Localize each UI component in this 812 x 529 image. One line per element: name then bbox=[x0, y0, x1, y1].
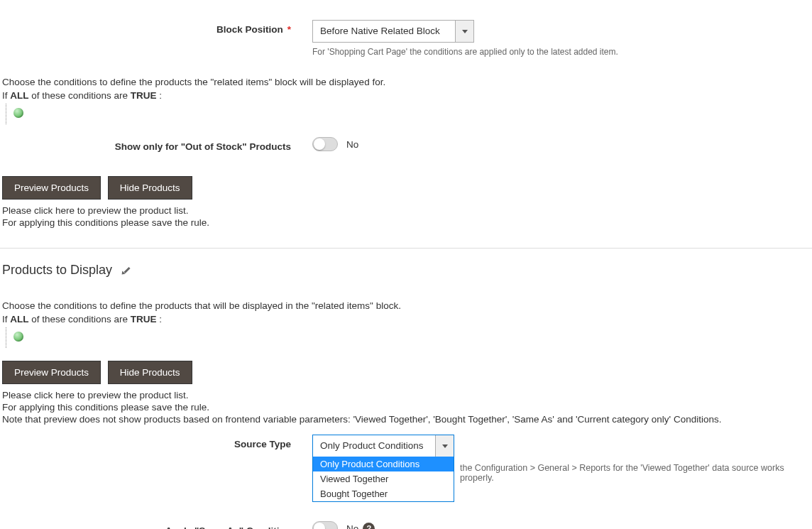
block-position-dropdown-btn[interactable] bbox=[455, 21, 473, 42]
source-type-label: Source Type bbox=[0, 435, 312, 449]
products-conditions-intro: Choose the conditions to define the prod… bbox=[2, 300, 812, 311]
block-position-label: Block Position* bbox=[0, 20, 312, 35]
source-type-hint: the Configuration > General > Reports fo… bbox=[460, 463, 812, 483]
same-as-label: Apply "Same As" Condition bbox=[0, 521, 312, 529]
conditions-all[interactable]: ALL bbox=[10, 90, 28, 101]
preview-info-2b: For applying this conditions please save… bbox=[2, 402, 812, 413]
out-of-stock-toggle[interactable] bbox=[312, 137, 338, 151]
block-position-select[interactable]: Before Native Related Block bbox=[312, 20, 474, 43]
same-as-value: No bbox=[346, 523, 358, 530]
source-type-option-0[interactable]: Only Product Conditions bbox=[313, 457, 454, 471]
preview-products-button-2[interactable]: Preview Products bbox=[2, 361, 101, 384]
preview-info-2: For applying this conditions please save… bbox=[2, 217, 812, 228]
out-of-stock-value: No bbox=[346, 139, 358, 150]
source-type-value: Only Product Conditions bbox=[313, 435, 435, 457]
conditions-intro: Choose the conditions to define the prod… bbox=[2, 77, 812, 87]
add-condition-icon-2[interactable] bbox=[13, 332, 23, 342]
preview-products-button[interactable]: Preview Products bbox=[2, 176, 101, 200]
preview-note-extra: Note that preview does not show products… bbox=[2, 414, 812, 425]
block-position-note: For 'Shopping Cart Page' the conditions … bbox=[312, 47, 812, 57]
preview-info-1: Please click here to preview the product… bbox=[2, 205, 812, 216]
products-conditions-all[interactable]: ALL bbox=[10, 314, 28, 325]
out-of-stock-label: Show only for "Out of Stock" Products bbox=[0, 137, 312, 152]
source-type-dropdown-btn[interactable] bbox=[435, 435, 454, 457]
chevron-down-icon bbox=[442, 445, 448, 448]
hide-products-button-2[interactable]: Hide Products bbox=[108, 361, 192, 384]
products-to-display-title: Products to Display bbox=[2, 263, 112, 278]
block-position-value: Before Native Related Block bbox=[313, 21, 455, 42]
preview-info-1b: Please click here to preview the product… bbox=[2, 390, 812, 400]
pencil-icon[interactable] bbox=[122, 266, 132, 276]
conditions-true[interactable]: TRUE bbox=[131, 90, 157, 101]
source-type-dropdown-list: Only Product Conditions Viewed Together … bbox=[312, 457, 454, 502]
source-type-option-1[interactable]: Viewed Together bbox=[313, 471, 454, 486]
source-type-option-2[interactable]: Bought Together bbox=[313, 486, 454, 501]
hide-products-button[interactable]: Hide Products bbox=[108, 176, 192, 200]
products-conditions-true[interactable]: TRUE bbox=[131, 314, 157, 325]
help-icon[interactable]: ? bbox=[363, 523, 375, 530]
products-conditions-if-line: If ALL of these conditions are TRUE : bbox=[2, 314, 812, 325]
chevron-down-icon bbox=[462, 30, 468, 33]
add-condition-icon[interactable] bbox=[13, 108, 23, 118]
conditions-if-line: If ALL of these conditions are TRUE : bbox=[2, 90, 812, 101]
same-as-toggle[interactable] bbox=[312, 521, 338, 529]
source-type-select[interactable]: Only Product Conditions bbox=[312, 435, 454, 457]
